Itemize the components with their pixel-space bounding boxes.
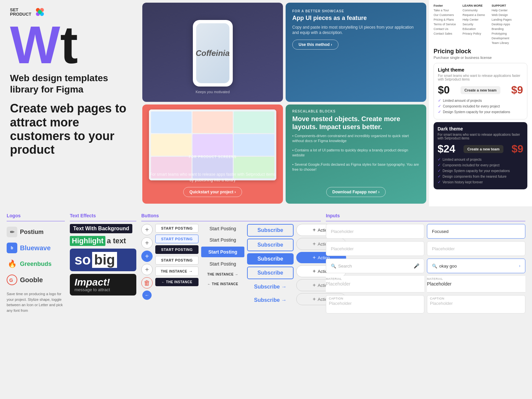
download-button[interactable]: Download Fapapp now! › (326, 187, 386, 197)
start-posting-outline-1[interactable]: START POSTING (155, 224, 199, 233)
footer-link[interactable]: Landing Pages (492, 18, 512, 21)
subscribe-outline-3[interactable]: Subscribe (247, 267, 294, 279)
start-posting-ghost-3[interactable]: Start Posting (201, 259, 244, 269)
subscribe-solid[interactable]: Subscribe (247, 253, 294, 265)
footer-link[interactable]: Development (492, 37, 512, 40)
search-icon: 🔍 (331, 264, 336, 269)
footer-col-title-2: LEARN MORE (463, 4, 485, 7)
the-instance-ghost-2[interactable]: ← The Instance (201, 280, 244, 288)
plus-icon: + (313, 296, 316, 302)
plus-icon: + (313, 268, 316, 274)
placeholder-text: Placeholder (331, 229, 354, 234)
card-title-top-right: App UI pieces as a feature (292, 15, 420, 22)
text-effects-section: Text Effects Text With Background Highli… (70, 213, 136, 399)
footer-link[interactable]: Web Design (492, 13, 512, 17)
impact-subtext: message to attract (74, 287, 132, 292)
search-input-2[interactable]: 🔍 okay goo › (427, 259, 525, 273)
footer-link[interactable]: Team Library (492, 41, 512, 45)
placeholder-input-3[interactable]: Placeholder (427, 241, 525, 256)
card-label-top-right: FOR A BETTER SHOWCASE (292, 9, 420, 13)
footer-col-2: LEARN MORE Community Request a Demo Help… (463, 4, 485, 45)
footer-link[interactable]: Branding (492, 27, 512, 31)
card-desc-bottom-right-3: • Several Google.Fonts declared as Figma… (292, 162, 420, 172)
trash-button[interactable]: 🗑 (141, 277, 153, 289)
placeholder-input-1[interactable]: Placeholder (326, 224, 424, 239)
footer-link[interactable]: Contact Us (434, 27, 456, 31)
search-input-1[interactable]: 🔍 Search 🎤 (326, 259, 424, 273)
logo-item-postium: ✏ Postium (7, 224, 65, 240)
footer-link[interactable]: Contact Sales (434, 32, 456, 35)
footer-link[interactable]: Security (463, 23, 485, 26)
svg-point-4 (38, 10, 42, 14)
feature-item: Limited amount of projects (443, 158, 481, 161)
quickstart-button[interactable]: Quickstart your project › (183, 187, 242, 197)
pricing-light-price-alt: $9 (511, 84, 523, 96)
footer-link[interactable]: Privacy Policy (463, 32, 485, 35)
caption-input-1[interactable]: Caption Placeholder (326, 295, 424, 313)
footer-link[interactable]: Terms of Service (434, 23, 456, 26)
pricing-light-features: ✓Limited amount of projects ✓Components … (438, 98, 523, 114)
start-posting-solid[interactable]: Start Posting (201, 247, 244, 257)
buttons-section: Buttons + + + + 🗑 ← START POSTING START … (141, 213, 321, 399)
subscribe-outline-2[interactable]: Subscribe (247, 239, 294, 251)
footer-link[interactable]: Our Customers (434, 13, 456, 17)
feature-item: Components included for every project (443, 163, 499, 167)
placeholder-input-2[interactable]: Placeholder (326, 241, 424, 256)
caption-label-1: Caption (329, 297, 343, 300)
circle-plus-button-2[interactable]: + (141, 237, 153, 249)
caption-input-2[interactable]: Caption Placeholder (427, 295, 525, 313)
phone-mockup: Coffeinia (193, 20, 233, 87)
the-instance-ghost-1[interactable]: The Instance → (201, 271, 244, 278)
material-input-2[interactable]: MATERIAL Placeholder (427, 276, 525, 293)
focused-text: Focused (432, 229, 449, 234)
footer-link[interactable]: Pricing & Plans (434, 18, 456, 21)
footer-link[interactable]: Prototyping (492, 32, 512, 35)
so-text: so (74, 252, 91, 268)
material-input-1[interactable]: MATERIAL Placeholder (326, 276, 424, 293)
focused-input[interactable]: Focused (427, 224, 525, 239)
pricing-dark-features: ✓Limited amount of projects ✓Components … (438, 157, 523, 184)
footer-link[interactable]: Community (463, 9, 485, 12)
start-posting-dark[interactable]: START POSTING (155, 245, 199, 254)
subscribe-outline-1[interactable]: Subscribe (247, 224, 294, 237)
feature-item: Version history kept forever (443, 180, 483, 184)
footer-link[interactable]: Education (463, 27, 485, 31)
feature-item: Design System capacity for your expectat… (443, 169, 510, 173)
circle-plus-button-1[interactable]: + (141, 224, 153, 235)
the-instance-button-2[interactable]: ← THE INSTANCE (155, 278, 199, 286)
pricing-light-desc: For smart teams who want to release appl… (438, 74, 523, 81)
create-team-light-button[interactable]: Create a new team (461, 86, 501, 94)
footer-link[interactable]: Help Center (492, 9, 512, 12)
create-team-dark-button[interactable]: Create a new team (464, 145, 504, 153)
feature-item: Components included for every project (443, 104, 500, 108)
plus-icon: + (313, 255, 316, 261)
start-posting-ghost-2[interactable]: Start Posting (201, 235, 244, 245)
buttons-section-label: Buttons (141, 213, 321, 221)
footer-link[interactable]: Help Center (463, 18, 485, 21)
footer-link[interactable]: Request a Demo (463, 13, 485, 17)
start-posting-outline-2[interactable]: START POSTING (155, 235, 199, 243)
circle-plus-button-4[interactable]: + (141, 264, 153, 275)
pricing-dark-price-alt: $9 (511, 143, 523, 155)
subscribe-ghost-1[interactable]: Subscribe → (247, 281, 294, 293)
chevron-right-icon: › (519, 264, 520, 268)
phone-screen: Coffeinia (196, 23, 229, 83)
card-label-bottom-right: RESCALABLE BLOCKS (292, 109, 420, 113)
start-posting-ghost-1[interactable]: Start Posting (201, 224, 244, 233)
the-instance-button-1[interactable]: THE INSTANCE → (155, 267, 199, 276)
subscribe-ghost-2[interactable]: Subscribe → (247, 295, 294, 306)
circle-plus-button-3[interactable]: + (141, 251, 153, 262)
pricing-title: Pricing block (434, 48, 527, 55)
use-method-button[interactable]: Use this method › (292, 40, 338, 50)
footer-link[interactable]: Desktop Apps (492, 23, 512, 26)
start-posting-outline-3[interactable]: START POSTING (155, 256, 199, 265)
feature-cards-grid: Coffeinia Keeps you motivated FOR A BETT… (140, 0, 429, 206)
highlight-green-text: Highlight (70, 236, 105, 246)
inputs-section: Inputs Placeholder Focused Placeholder P… (326, 213, 525, 399)
circle-plus-button-5[interactable]: ← (142, 291, 152, 300)
check-icon: ✓ (438, 98, 441, 103)
pricing-light-theme: Light theme (438, 67, 523, 73)
footer-link[interactable]: Take a Tour (434, 9, 456, 12)
subscribe-buttons-col: Subscribe Subscribe Subscribe Subscribe … (247, 224, 294, 306)
check-icon: ✓ (438, 180, 441, 184)
